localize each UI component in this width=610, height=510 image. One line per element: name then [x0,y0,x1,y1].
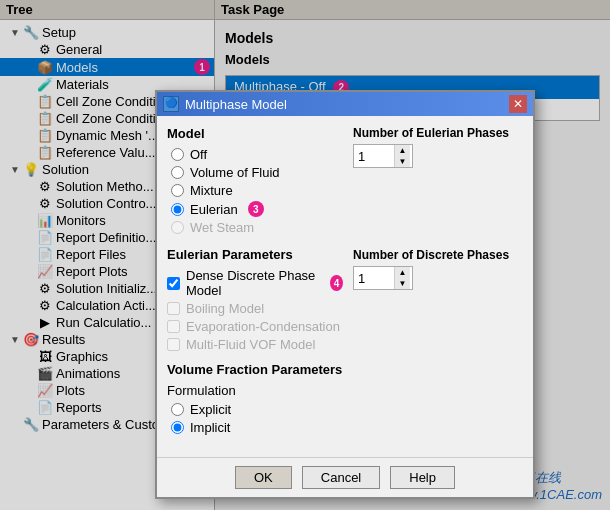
checkbox-label-evap: Evaporation-Condensation [186,319,340,334]
radio-label-eulerian: Eulerian [190,202,238,217]
modal-footer: OK Cancel Help [157,457,533,497]
radio-item-mixture[interactable]: Mixture [171,183,343,198]
checkbox-evap[interactable]: Evaporation-Condensation [167,319,343,334]
eulerian-phases-field: ▲ ▼ [353,144,413,168]
formulation-label: Formulation [167,383,343,398]
radio-item-off[interactable]: Off [171,147,343,162]
cancel-button[interactable]: Cancel [302,466,380,489]
radio-item-implicit[interactable]: Implicit [171,420,343,435]
formulation-radio-group: Explicit Implicit [171,402,343,435]
radio-label-explicit: Explicit [190,402,231,417]
ok-button[interactable]: OK [235,466,292,489]
checkbox-label-multivof: Multi-Fluid VOF Model [186,337,315,352]
model-radio-group: Off Volume of Fluid Mixture [171,147,343,235]
radio-label-mixture: Mixture [190,183,233,198]
volume-fraction-title: Volume Fraction Parameters [167,362,343,377]
eulerian-phases-down[interactable]: ▼ [395,156,410,167]
discrete-phases-down[interactable]: ▼ [395,278,410,289]
checkbox-boiling[interactable]: Boiling Model [167,301,343,316]
dense-badge: 4 [330,275,343,291]
discrete-phases-field: ▲ ▼ [353,266,413,290]
volume-fraction-section: Volume Fraction Parameters Formulation E… [167,362,343,435]
model-section-title: Model [167,126,343,141]
checkbox-dense[interactable]: Dense Discrete Phase Model 4 [167,268,343,298]
help-button[interactable]: Help [390,466,455,489]
radio-label-wet-steam: Wet Steam [190,220,254,235]
radio-label-vof: Volume of Fluid [190,165,280,180]
eulerian-phases-label: Number of Eulerian Phases [353,126,523,140]
eulerian-phases-group: Number of Eulerian Phases ▲ ▼ [353,126,523,168]
modal-title-icon: 🔵 [163,96,179,112]
radio-item-vof[interactable]: Volume of Fluid [171,165,343,180]
modal-overlay: 🔵 Multiphase Model ✕ Model Off [0,0,610,510]
eulerian-badge: 3 [248,201,264,217]
multiphase-modal: 🔵 Multiphase Model ✕ Model Off [155,90,535,499]
radio-item-wet-steam[interactable]: Wet Steam [171,220,343,235]
model-section: Model Off Volume of Fluid [167,126,343,235]
discrete-phases-label: Number of Discrete Phases [353,248,523,262]
eulerian-phases-input[interactable] [354,147,394,166]
modal-left: Model Off Volume of Fluid [167,126,343,447]
checkbox-label-dense: Dense Discrete Phase Model [186,268,320,298]
checkbox-label-boiling: Boiling Model [186,301,264,316]
radio-item-explicit[interactable]: Explicit [171,402,343,417]
modal-titlebar: 🔵 Multiphase Model ✕ [157,92,533,116]
modal-title: Multiphase Model [185,97,287,112]
radio-item-eulerian[interactable]: Eulerian 3 [171,201,343,217]
modal-right: Number of Eulerian Phases ▲ ▼ Number of … [353,126,523,447]
radio-label-implicit: Implicit [190,420,230,435]
radio-label-off: Off [190,147,207,162]
modal-body: Model Off Volume of Fluid [157,116,533,457]
checkbox-multivof[interactable]: Multi-Fluid VOF Model [167,337,343,352]
eulerian-phases-up[interactable]: ▲ [395,145,410,156]
discrete-phases-input[interactable] [354,269,394,288]
discrete-phases-group: Number of Discrete Phases ▲ ▼ [353,248,523,290]
eulerian-params-title: Eulerian Parameters [167,247,343,262]
modal-columns: Model Off Volume of Fluid [167,126,523,447]
discrete-phases-up[interactable]: ▲ [395,267,410,278]
modal-close-button[interactable]: ✕ [509,95,527,113]
eulerian-params-section: Eulerian Parameters Dense Discrete Phase… [167,247,343,352]
